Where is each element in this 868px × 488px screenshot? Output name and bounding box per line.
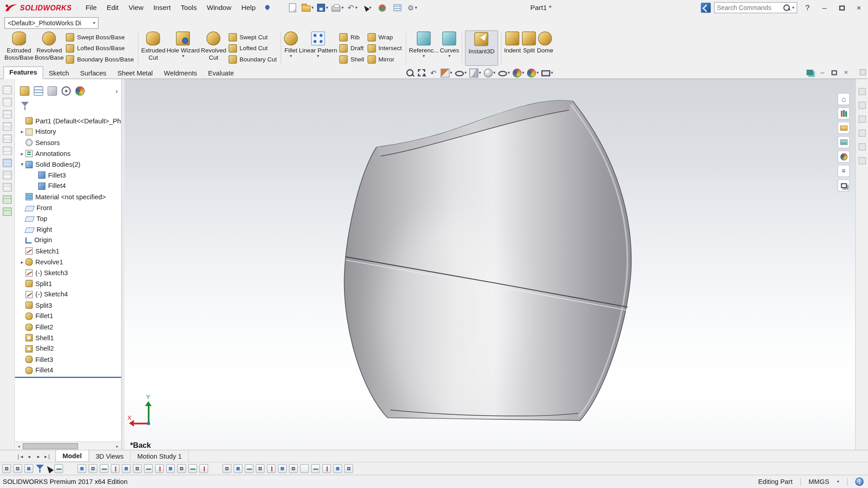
task-pane-tab-icon[interactable] — [859, 157, 866, 164]
expand-arrow-icon[interactable]: ▸ — [19, 129, 26, 135]
doc-restore-button[interactable] — [831, 70, 837, 75]
minimize-button[interactable]: – — [818, 2, 832, 14]
tab-features[interactable]: Features — [3, 66, 43, 79]
menu-view[interactable]: View — [123, 1, 148, 14]
pin-menu-icon[interactable] — [264, 5, 271, 11]
task-pane-tab-icon[interactable] — [859, 88, 866, 95]
selection-icon[interactable] — [3, 159, 12, 167]
hole-wizard-button[interactable]: Hole Wizard▾ — [167, 30, 200, 66]
rib-button[interactable]: Rib — [338, 33, 365, 42]
wrap-button[interactable]: Wrap — [366, 33, 403, 42]
tree-item-revolve1[interactable]: ▸Revolve1 — [15, 257, 121, 267]
tree-item-right-plane[interactable]: Right — [15, 224, 121, 235]
previous-view-button[interactable]: ↶ — [429, 67, 438, 78]
snap-tool-icon[interactable] — [199, 464, 208, 473]
menu-edit[interactable]: Edit — [102, 1, 123, 14]
clipboard-icon[interactable] — [3, 110, 12, 118]
help-button[interactable]: ? — [801, 2, 815, 14]
search-input[interactable] — [717, 5, 782, 11]
revolved-cut-button[interactable]: RevolvedCut — [201, 30, 226, 66]
dimension-tool-icon[interactable] — [278, 464, 287, 473]
next-tab-icon[interactable]: ▸ — [34, 453, 42, 459]
tree-item-annotations[interactable]: ▸Annotations — [15, 148, 121, 159]
intersect-button[interactable]: Intersect — [366, 43, 403, 53]
dimxpertmanager-tab-icon[interactable] — [61, 86, 71, 96]
tree-item-shell2[interactable]: Shell2 — [15, 343, 121, 354]
reference-geometry-button[interactable]: Referenc...▾ — [409, 30, 439, 66]
last-tab-icon[interactable]: ▸❘ — [44, 453, 52, 459]
tree-item-body-fillet4[interactable]: Fillet4 — [15, 181, 121, 192]
paste-feature-icon[interactable] — [3, 195, 12, 203]
clipboard-icon[interactable] — [3, 135, 12, 143]
tree-filter-funnel-icon[interactable] — [21, 102, 29, 111]
revolved-boss-base-button[interactable]: RevolvedBoss/Base — [35, 30, 64, 66]
tree-item-shell1[interactable]: Shell1 — [15, 333, 121, 343]
tree-item-sketch4[interactable]: (-) Sketch4 — [15, 289, 121, 300]
save-button[interactable]: ▾ — [316, 2, 329, 14]
tree-item-sketch1[interactable]: Sketch1 — [15, 246, 121, 257]
3d-model-canvas[interactable] — [125, 79, 855, 450]
tree-horizontal-scrollbar[interactable]: ◂ ▸ — [15, 441, 121, 450]
dimension-tool-icon[interactable] — [333, 464, 342, 473]
dimension-tool-icon[interactable] — [234, 464, 243, 473]
shell-button[interactable]: Shell — [338, 55, 365, 64]
hide-show-items-button[interactable]: ▾ — [498, 67, 510, 78]
home-button[interactable]: ⌂ — [838, 93, 850, 105]
tree-expand-chevron-icon[interactable]: › — [115, 87, 118, 94]
tree-item-history[interactable]: ▸History — [15, 127, 121, 137]
rebuild-button[interactable] — [376, 2, 389, 14]
view-palette-button[interactable] — [838, 136, 850, 148]
web-help-globe-icon[interactable] — [855, 478, 863, 486]
snap-tool-icon[interactable] — [122, 464, 131, 473]
task-pane-tab-icon[interactable] — [859, 130, 866, 137]
tree-item-sketch3[interactable]: (-) Sketch3 — [15, 267, 121, 278]
tab-3d-views[interactable]: 3D Views — [89, 450, 131, 462]
selection-filter-funnel-icon[interactable] — [35, 464, 44, 473]
scroll-left-icon[interactable]: ◂ — [15, 443, 23, 448]
propertymanager-tab-icon[interactable] — [34, 86, 43, 96]
tree-item-fillet4[interactable]: Fillet4 — [15, 365, 121, 376]
dimension-tool-icon[interactable] — [222, 464, 231, 473]
menu-file[interactable]: File — [80, 1, 102, 14]
dimension-tool-icon[interactable] — [322, 464, 331, 473]
menu-insert[interactable]: Insert — [148, 1, 175, 14]
dimension-tool-icon[interactable] — [267, 464, 276, 473]
units-selector[interactable]: MMGS — [809, 478, 830, 485]
snap-tool-icon[interactable] — [99, 464, 108, 473]
clipboard-icon[interactable] — [3, 98, 12, 106]
dimension-tool-icon[interactable] — [256, 464, 265, 473]
maximize-button[interactable] — [835, 2, 849, 14]
section-view-button[interactable]: ▾ — [441, 67, 453, 78]
snap-tool-icon[interactable] — [77, 464, 86, 473]
search-dropdown-icon[interactable]: ▾ — [792, 5, 794, 10]
collapse-arrow-icon[interactable]: ▾ — [19, 162, 26, 167]
options-button[interactable]: ⚙▾ — [406, 2, 419, 14]
tree-item-front-plane[interactable]: Front — [15, 202, 121, 213]
dimension-tool-icon[interactable] — [289, 464, 298, 473]
file-properties-button[interactable] — [391, 2, 404, 14]
doc-minimize-button[interactable]: – — [821, 69, 824, 76]
view-orientation-button[interactable]: ▾ — [469, 67, 481, 78]
extruded-boss-base-button[interactable]: ExtrudedBoss/Base — [5, 30, 33, 66]
dimension-tool-icon[interactable] — [300, 464, 309, 473]
prev-tab-icon[interactable]: ◂ — [25, 453, 33, 459]
resources-icon[interactable] — [701, 3, 711, 13]
tab-sketch[interactable]: Sketch — [43, 67, 75, 79]
split-view-icon[interactable] — [807, 70, 813, 75]
view-settings-button[interactable]: ▾ — [542, 67, 553, 78]
menu-window[interactable]: Window — [202, 1, 236, 14]
clipboard-icon[interactable] — [3, 122, 12, 131]
curves-button[interactable]: Curves▾ — [440, 30, 459, 66]
filter-icon[interactable] — [24, 464, 33, 473]
expand-arrow-icon[interactable]: ▸ — [19, 259, 26, 265]
snap-tool-icon[interactable] — [144, 464, 153, 473]
search-commands-box[interactable]: ▾ — [714, 2, 797, 13]
apply-scene-button[interactable]: ▾ — [527, 67, 539, 78]
select-cursor-icon[interactable] — [45, 464, 53, 473]
tab-motion-study-1[interactable]: Motion Study 1 — [131, 450, 189, 462]
zoom-to-area-button[interactable] — [417, 67, 426, 78]
paste-feature-icon[interactable] — [3, 207, 12, 216]
tab-surfaces[interactable]: Surfaces — [75, 67, 112, 79]
tab-weldments[interactable]: Weldments — [158, 67, 203, 79]
extruded-cut-button[interactable]: ExtrudedCut — [141, 30, 165, 66]
